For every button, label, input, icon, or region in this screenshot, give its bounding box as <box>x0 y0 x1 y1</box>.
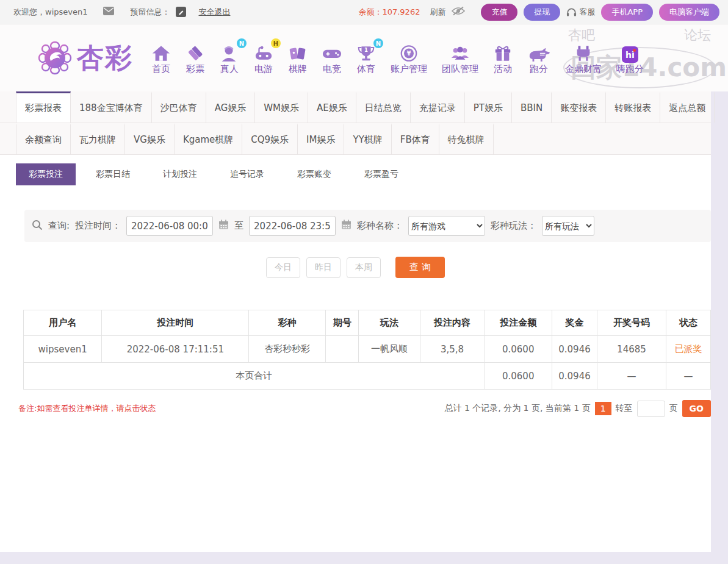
edit-reserved-info-button[interactable] <box>176 7 186 17</box>
tab-ae[interactable]: AE娱乐 <box>308 91 356 123</box>
tab-rebate-total[interactable]: 返点总额 <box>660 91 715 123</box>
nav-item-board-games[interactable]: 棋牌 <box>281 41 315 75</box>
calendar-icon[interactable] <box>341 220 351 232</box>
nav-item-sports[interactable]: 1 N 体育 <box>349 41 383 75</box>
page-unit-label: 页 <box>669 403 678 414</box>
bet-time-label: 投注时间： <box>75 220 121 232</box>
tab-balance-query[interactable]: 余额查询 <box>16 123 71 154</box>
pagination-summary: 总计 1 个记录, 分为 1 页, 当前第 1 页 <box>444 403 590 414</box>
recharge-button[interactable]: 充值 <box>481 4 517 21</box>
go-button[interactable]: GO <box>682 400 711 417</box>
esports-gamepad-icon <box>322 41 342 63</box>
bets-table: 用户名 投注时间 彩种 期号 玩法 投注内容 投注金额 奖金 开奖号码 状态 w… <box>23 310 711 390</box>
tab-deposit-withdraw-record[interactable]: 充提记录 <box>411 91 465 123</box>
tab-lottery-report[interactable]: 彩票报表 <box>16 91 71 123</box>
tab-vg[interactable]: VG娱乐 <box>125 123 175 154</box>
customer-service-button[interactable]: 客服 <box>566 7 595 18</box>
filter-panel: 查询: 投注时间： 至 彩种名称： 所有游戏 彩种玩法： 所有玩法 <box>24 210 711 242</box>
goto-page-input[interactable] <box>637 401 665 417</box>
tab-ag[interactable]: AG娱乐 <box>206 91 256 123</box>
tab-im[interactable]: IM娱乐 <box>298 123 344 154</box>
pc-client-button[interactable]: 电脑客户端 <box>659 4 719 21</box>
tab-saba-sports[interactable]: 沙巴体育 <box>152 91 206 123</box>
cell-lottery: 杏彩秒秒彩 <box>249 336 326 363</box>
lottery-name-select[interactable]: 所有游戏 <box>408 216 485 236</box>
subtab-lottery-profit-loss[interactable]: 彩票盈亏 <box>351 163 411 185</box>
summary-draw-dash: — <box>597 363 666 390</box>
tab-bbin[interactable]: BBIN <box>512 91 552 123</box>
nav-item-paofen[interactable]: 跑分 <box>520 41 558 75</box>
nav-item-jinding-wealth[interactable]: 金鼎财富 <box>558 41 609 75</box>
subtab-plan-bets[interactable]: 计划投注 <box>150 163 210 185</box>
nav-item-promotions[interactable]: 活动 <box>486 41 520 75</box>
cell-bet-content: 3,5,8 <box>420 336 485 363</box>
topbar: 欢迎您，wipseven1 预留信息： 安全退出 余额：107.9262 刷新 … <box>0 0 728 24</box>
cell-play: 一帆风顺 <box>359 336 420 363</box>
eye-off-icon[interactable] <box>452 6 465 18</box>
time-to-input[interactable] <box>249 216 336 236</box>
slot-gamepad-icon: H <box>254 41 273 63</box>
subtab-lottery-bets[interactable]: 彩票投注 <box>16 163 76 185</box>
this-week-button[interactable]: 本周 <box>347 257 381 278</box>
summary-label: 本页合计 <box>24 363 485 390</box>
tab-pt[interactable]: PT娱乐 <box>465 91 512 123</box>
message-envelope-icon[interactable] <box>103 7 114 17</box>
tab-fb-sports[interactable]: FB体育 <box>392 123 439 154</box>
welcome-text: 欢迎您，wipseven1 <box>13 7 87 18</box>
withdraw-button[interactable]: 提现 <box>524 4 560 21</box>
mobile-app-button[interactable]: 手机APP <box>601 4 653 21</box>
main-nav: 首页 彩票 N 真人 H 电游 棋牌 <box>144 41 651 75</box>
search-button[interactable]: 查 询 <box>395 257 445 278</box>
tripod-icon <box>574 41 593 63</box>
tab-kgame[interactable]: Kgame棋牌 <box>175 123 242 154</box>
hi-icon: hi <box>622 41 638 63</box>
col-username: 用户名 <box>24 310 102 336</box>
svg-text:1: 1 <box>364 47 368 53</box>
play-type-select[interactable]: 所有玩法 <box>542 216 594 236</box>
nav-item-live-casino[interactable]: N 真人 <box>212 41 247 75</box>
tab-tetu[interactable]: 特兔棋牌 <box>439 123 494 154</box>
gift-icon <box>493 41 513 63</box>
site-logo[interactable]: 杏彩 <box>38 40 133 76</box>
status-link[interactable]: 已派奖 <box>674 343 702 354</box>
customer-service-label: 客服 <box>579 7 595 18</box>
nav-item-account-management[interactable]: ¥ 账户管理 <box>383 41 434 75</box>
tab-yy[interactable]: YY棋牌 <box>344 123 391 154</box>
time-from-input[interactable] <box>126 216 213 236</box>
logo-text: 杏彩 <box>77 40 133 76</box>
nav-item-esports[interactable]: 电竞 <box>315 41 349 75</box>
tab-daily-overview[interactable]: 日结总览 <box>356 91 411 123</box>
live-person-icon: N <box>220 41 239 63</box>
query-label: 查询: <box>48 220 70 232</box>
logout-link[interactable]: 安全退出 <box>198 7 230 18</box>
nav-item-home[interactable]: 首页 <box>144 41 178 75</box>
yesterday-button[interactable]: 昨日 <box>306 257 341 278</box>
tab-transfer-report[interactable]: 转账报表 <box>606 91 660 123</box>
calendar-icon[interactable] <box>218 220 229 232</box>
current-page-badge[interactable]: 1 <box>595 402 611 415</box>
col-bet-amount: 投注金额 <box>485 310 552 336</box>
tab-account-change-report[interactable]: 账变报表 <box>552 91 606 123</box>
nav-item-team-management[interactable]: 团队管理 <box>434 41 486 75</box>
subtab-lottery-account-change[interactable]: 彩票账变 <box>284 163 344 185</box>
pagination: 总计 1 个记录, 分为 1 页, 当前第 1 页 1 转至 页 GO <box>444 400 711 417</box>
refresh-link[interactable]: 刷新 <box>430 7 445 18</box>
hot-badge: H <box>271 38 281 48</box>
team-icon <box>450 41 470 63</box>
svg-text:¥: ¥ <box>406 49 411 57</box>
tab-cq9[interactable]: CQ9娱乐 <box>242 123 298 154</box>
nav-item-egames[interactable]: H 电游 <box>247 41 281 75</box>
nav-item-hi-paofen[interactable]: hi 嗨跑分 <box>609 41 651 75</box>
tab-188-sports[interactable]: 188金宝博体育 <box>71 91 152 123</box>
subtab-lottery-daily[interactable]: 彩票日结 <box>83 163 143 185</box>
table-footer-row: 备注:如需查看投注单详情，请点击状态 总计 1 个记录, 分为 1 页, 当前第… <box>18 400 711 417</box>
col-bet-content: 投注内容 <box>420 310 485 336</box>
nav-item-lottery[interactable]: 彩票 <box>178 41 212 75</box>
cell-draw-number: 14685 <box>597 336 666 363</box>
main-content: 彩票报表 188金宝博体育 沙巴体育 AG娱乐 WM娱乐 AE娱乐 日结总览 充… <box>0 91 711 552</box>
tab-wm[interactable]: WM娱乐 <box>255 91 308 123</box>
subtab-chase-record[interactable]: 追号记录 <box>217 163 277 185</box>
today-button[interactable]: 今日 <box>266 257 300 278</box>
tab-wali[interactable]: 瓦力棋牌 <box>71 123 125 154</box>
summary-prize: 0.0946 <box>552 363 597 390</box>
